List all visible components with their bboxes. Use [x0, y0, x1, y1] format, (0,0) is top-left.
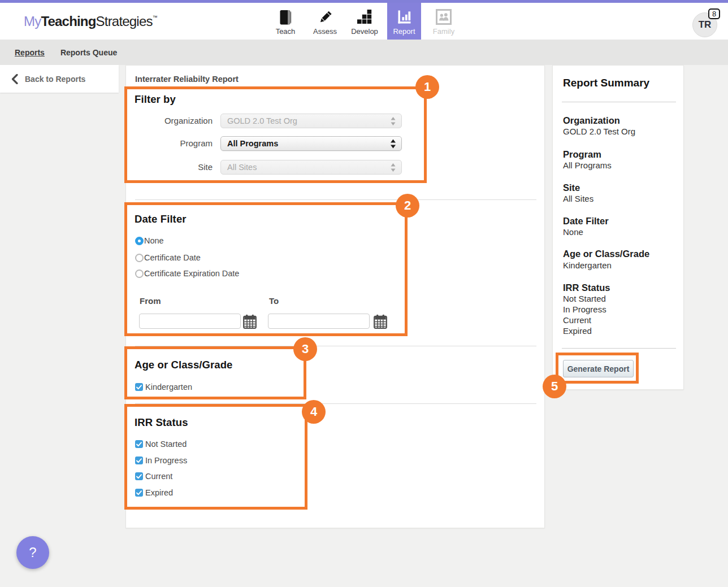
nav-tab-label: Report — [393, 28, 415, 36]
logo-teaching: Teaching — [41, 14, 96, 29]
annotation-badge-1: 1 — [415, 75, 439, 99]
nav-tab-teach[interactable]: Teach — [268, 3, 302, 40]
pencil-icon — [318, 8, 333, 26]
notification-badge[interactable]: 8 — [708, 8, 720, 19]
subnav-tab-reports-queue[interactable]: Reports Queue — [60, 48, 117, 57]
page-title: Interrater Reliabilty Report — [135, 75, 239, 84]
nav-tab-assess[interactable]: Assess — [308, 3, 342, 40]
back-to-reports-link[interactable]: Back to Reports — [0, 65, 119, 93]
back-to-reports-label: Back to Reports — [25, 75, 85, 84]
app-logo[interactable]: MyTeachingStrategies™ — [24, 3, 157, 40]
annotation-box-2 — [124, 202, 408, 336]
annotation-box-4 — [124, 404, 307, 510]
stacked-blocks-icon — [357, 8, 372, 26]
bar-chart-icon — [397, 8, 412, 26]
summary-site-label: Site — [563, 182, 580, 193]
annotation-badge-2: 2 — [396, 194, 419, 218]
summary-age-grade-label: Age or Class/Grade — [563, 248, 649, 259]
page: MyTeachingStrategies™ Teach — [0, 0, 728, 587]
annotation-box-3 — [124, 346, 306, 399]
annotation-box-1 — [124, 86, 427, 183]
summary-program-value: All Programs — [563, 160, 612, 171]
section-divider — [135, 199, 536, 200]
summary-site-value: All Sites — [563, 193, 593, 204]
logo-strategies: Strategies — [96, 14, 153, 29]
subnav-tab-reports[interactable]: Reports — [15, 48, 45, 57]
nav-tab-develop[interactable]: Develop — [348, 3, 382, 40]
summary-irr-status-value: In Progress — [563, 304, 606, 315]
summary-divider — [562, 102, 676, 102]
summary-organization-value: GOLD 2.0 Test Org — [563, 126, 635, 137]
report-summary-card: Report Summary Organization GOLD 2.0 Tes… — [552, 65, 684, 390]
summary-divider — [562, 348, 676, 349]
help-button[interactable]: ? — [16, 536, 49, 569]
nav-tab-label: Develop — [351, 28, 378, 36]
help-question-mark: ? — [29, 545, 36, 560]
notification-count: 8 — [712, 10, 716, 18]
sidebar: Back to Reports — [0, 65, 119, 93]
logo-my: My — [24, 14, 41, 29]
reports-subnav: Reports Reports Queue — [0, 40, 728, 65]
annotation-badge-4: 4 — [302, 400, 326, 424]
primary-nav: Teach Assess — [268, 3, 466, 40]
nav-tab-label: Assess — [313, 28, 337, 36]
logo-trademark: ™ — [153, 15, 157, 20]
nav-tab-label: Family — [433, 28, 454, 36]
summary-date-filter-value: None — [563, 227, 583, 237]
summary-age-grade-value: Kindergarten — [563, 260, 612, 271]
annotation-box-5 — [556, 353, 639, 384]
photo-people-icon — [436, 8, 452, 26]
summary-irr-status-value: Current — [563, 315, 591, 325]
avatar-initials: TR — [699, 19, 712, 31]
report-summary-heading: Report Summary — [563, 76, 649, 90]
nav-tab-family[interactable]: Family — [427, 3, 461, 40]
summary-program-label: Program — [563, 149, 601, 160]
app-header: MyTeachingStrategies™ Teach — [0, 3, 728, 40]
annotation-badge-3: 3 — [293, 337, 317, 361]
summary-irr-status-value: Not Started — [563, 293, 606, 304]
nav-tab-label: Teach — [276, 28, 296, 36]
summary-irr-status-label: IRR Status — [563, 282, 610, 293]
summary-irr-status-value: Expired — [563, 325, 592, 336]
nav-tab-report[interactable]: Report — [387, 3, 421, 40]
summary-date-filter-label: Date Filter — [563, 215, 609, 227]
book-icon — [278, 8, 293, 26]
annotation-badge-5: 5 — [543, 375, 566, 398]
summary-organization-label: Organization — [563, 115, 620, 126]
chevron-left-icon — [11, 74, 18, 84]
